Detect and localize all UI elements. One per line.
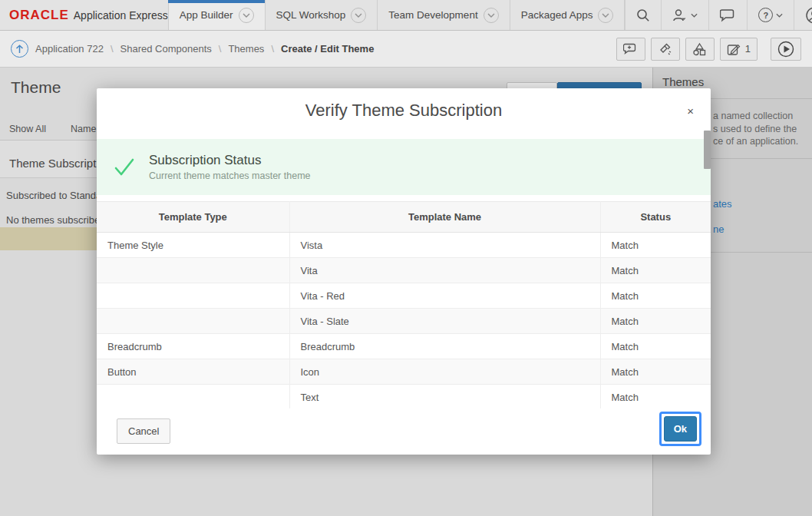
cell-template-name: Breadcrumb [289,334,600,359]
cell-status: Match [600,283,711,309]
subscription-status-banner: Subscription Status Current theme matche… [97,139,711,195]
banner-subtitle: Current theme matches master theme [149,170,311,181]
column-template-type: Template Type [97,202,289,233]
table-row: Theme Style Vista Match [97,233,711,258]
cell-template-type: Theme Style [97,233,289,258]
cell-template-name: Vita - Red [289,283,600,309]
cell-template-name: Vista [289,233,600,258]
cell-template-type [97,385,289,409]
table-row: Breadcrumb Breadcrumb Match [97,334,711,359]
cell-template-type [97,283,289,309]
cell-template-name: Text [289,385,600,409]
table-row: Vita - Slate Match [97,309,711,334]
column-status: Status [600,202,711,233]
table-header-row: Template Type Template Name Status [97,202,711,233]
cell-template-type: Button [97,359,289,385]
dialog-title: Verify Theme Subscription [97,88,711,133]
cell-template-type: Breadcrumb [97,334,289,359]
dialog-header: Verify Theme Subscription × [97,88,711,131]
cell-template-name: Vita [289,258,600,283]
table-row: Vita - Red Match [97,283,711,309]
verify-theme-subscription-dialog: Verify Theme Subscription × Subscription… [97,88,711,455]
cell-template-name: Vita - Slate [289,309,600,334]
cell-status: Match [600,359,711,385]
close-icon[interactable]: × [684,102,697,120]
banner-heading: Subscription Status [149,153,311,168]
banner-text: Subscription Status Current theme matche… [149,153,311,181]
table-row: Button Icon Match [97,359,711,385]
ok-button[interactable]: Ok [664,416,697,442]
dialog-body: Subscription Status Current theme matche… [97,131,711,408]
cell-status: Match [600,385,711,409]
cell-status: Match [600,258,711,283]
cell-status: Match [600,233,711,258]
apex-page: ORACLE Application Express App Builder S… [0,0,812,516]
ok-button-focus-ring: Ok [659,412,701,446]
table-row: Vita Match [97,258,711,283]
cancel-button[interactable]: Cancel [117,418,170,444]
cell-template-type [97,258,289,283]
scrollbar-thumb[interactable] [704,131,711,169]
cell-status: Match [600,309,711,334]
template-status-table: Template Type Template Name Status Theme… [97,201,711,408]
table-row: Text Match [97,385,711,409]
success-check-icon [114,158,135,177]
cell-template-name: Icon [289,359,600,385]
cell-status: Match [600,334,711,359]
cell-template-type [97,309,289,334]
dialog-footer: Cancel Ok [97,408,711,455]
column-template-name: Template Name [289,202,600,233]
